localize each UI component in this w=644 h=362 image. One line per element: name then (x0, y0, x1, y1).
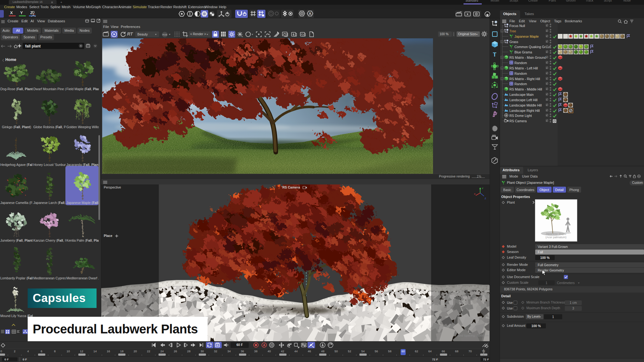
svg-text:G: G (242, 36, 243, 37)
svg-text:A: A (309, 12, 311, 15)
svg-text:RGB: RGB (162, 34, 167, 36)
svg-text:T: T (493, 52, 497, 58)
svg-text:A: A (263, 343, 265, 347)
svg-text:(Acer palmatum): (Acer palmatum) (546, 236, 567, 239)
svg-text:Japanese Maple: Japanese Maple (546, 232, 566, 235)
svg-text:X: X (474, 193, 476, 195)
svg-text:Y: Y (482, 187, 484, 190)
svg-text:PV: PV (301, 33, 304, 36)
svg-text:Z: Z (485, 197, 486, 200)
